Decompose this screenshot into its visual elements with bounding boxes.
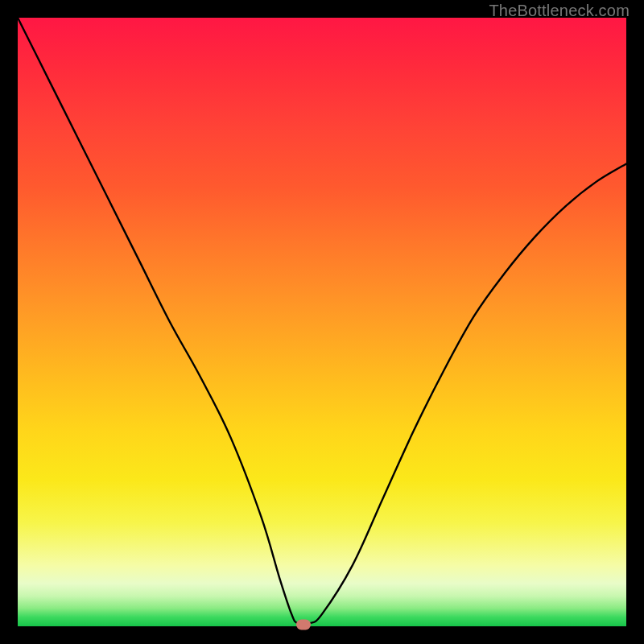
chart-frame: TheBottleneck.com: [0, 0, 644, 644]
optimal-point-marker: [296, 619, 311, 630]
bottleneck-curve: [18, 18, 626, 626]
plot-area: [18, 18, 626, 626]
